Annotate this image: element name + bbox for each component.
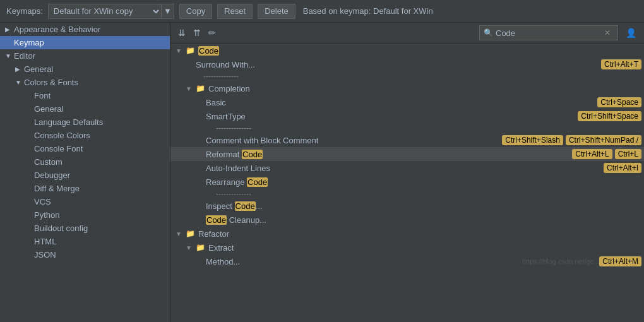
sidebar-item-console-colors[interactable]: Console Colors — [0, 129, 170, 142]
tree-row-auto-indent[interactable]: Auto-Indent Lines Ctrl+Alt+I — [170, 161, 644, 175]
shortcut-group: Ctrl+Alt+L Ctrl+L — [572, 149, 641, 159]
tree-row-code[interactable]: ▼ 📁 Code — [170, 44, 644, 57]
expand-all-button[interactable]: ⇊ — [176, 27, 188, 39]
keymap-dropdown-btn[interactable]: ▼ — [162, 4, 174, 19]
tree-row-inspect[interactable]: Inspect Code... — [170, 199, 644, 213]
tree-label: Code Cleanup... — [206, 215, 641, 225]
tree-row-comment-block[interactable]: Comment with Block Comment Ctrl+Shift+Sl… — [170, 133, 644, 147]
tree-row-completion[interactable]: ▼ 📁 Completion — [170, 81, 644, 95]
sidebar-item-diff-merge[interactable]: Diff & Merge — [0, 182, 170, 195]
sidebar-item-label: JSON — [34, 250, 56, 259]
sidebar-item-label: Keymap — [14, 38, 44, 47]
sidebar-item-console-font[interactable]: Console Font — [0, 142, 170, 155]
separator-row: -------------- — [170, 71, 644, 81]
tree-arrow-icon: ▼ — [186, 85, 196, 92]
shortcut-badge: Ctrl+Shift+Slash — [502, 135, 563, 145]
sidebar-item-label: Font — [34, 91, 51, 100]
highlight-code: Code — [198, 46, 219, 56]
main-content: ▶ Appearance & Behavior Keymap ▼ Editor … — [0, 23, 644, 322]
highlight-code: Code — [206, 215, 227, 225]
shortcut-group: Ctrl+Shift+Slash Ctrl+Shift+NumPad / — [502, 135, 641, 145]
tree-row-refactor[interactable]: ▼ 📁 Refactor — [170, 227, 644, 241]
separator-row: -------------- — [170, 189, 644, 199]
sidebar-item-html[interactable]: HTML — [0, 235, 170, 248]
sidebar-item-label: General — [34, 104, 63, 114]
copy-button[interactable]: Copy — [179, 4, 212, 19]
sidebar-item-custom[interactable]: Custom — [0, 155, 170, 169]
sidebar-item-editor[interactable]: ▼ Editor — [0, 49, 170, 63]
shortcut-badge-alt: Ctrl+L — [615, 149, 641, 159]
keymap-select-wrapper: Default for XWin copy ▼ — [48, 4, 174, 19]
tree-row-method[interactable]: Method... https://blog.csdn.net/gc... Ct… — [170, 254, 644, 268]
edit-shortcut-button[interactable]: ✏ — [206, 27, 218, 39]
shortcut-badge: Ctrl+Alt+T — [601, 59, 641, 69]
user-icon-button[interactable]: 👤 — [623, 27, 639, 39]
shortcut-badge-alt: Ctrl+Shift+NumPad / — [566, 135, 641, 145]
tree-row-basic[interactable]: Basic Ctrl+Space — [170, 95, 644, 109]
sidebar-item-label: Custom — [34, 157, 63, 167]
sidebar-item-general[interactable]: ▶ General — [0, 63, 170, 76]
tree-panel[interactable]: ▼ 📁 Code Surround With... Ctrl+Alt+T ---… — [170, 44, 644, 322]
tree-label: SmartType — [206, 112, 578, 121]
search-input[interactable] — [496, 28, 603, 38]
sidebar: ▶ Appearance & Behavior Keymap ▼ Editor … — [0, 23, 170, 322]
clear-search-button[interactable]: ✕ — [603, 28, 612, 37]
tree-label: Extract — [208, 243, 641, 253]
folder-icon: 📁 — [196, 84, 206, 93]
arrow-icon: ▼ — [15, 79, 24, 86]
right-panel: ⇊ ⇈ ✏ 🔍 ✕ 👤 ▼ 📁 Code Surround With... — [170, 23, 644, 322]
tree-label: Method... — [206, 257, 522, 266]
collapse-all-button[interactable]: ⇈ — [191, 27, 203, 39]
sidebar-item-label: HTML — [34, 237, 56, 246]
tree-row-surround[interactable]: Surround With... Ctrl+Alt+T — [170, 57, 644, 71]
sidebar-item-debugger[interactable]: Debugger — [0, 169, 170, 182]
highlight-code: Code — [247, 177, 268, 187]
tree-row-code-cleanup[interactable]: Code Cleanup... — [170, 213, 644, 227]
separator-row: -------------- — [170, 123, 644, 133]
shortcut-badge: Ctrl+Alt+L — [572, 149, 612, 159]
tree-label: Surround With... — [196, 60, 601, 69]
watermark-text: https://blog.csdn.net/gc... — [522, 258, 599, 265]
delete-button[interactable]: Delete — [258, 4, 295, 19]
keymap-select[interactable]: Default for XWin copy — [48, 4, 162, 19]
search-icon: 🔍 — [484, 28, 493, 37]
shortcut-badge: Ctrl+Alt+M — [599, 256, 641, 266]
sidebar-item-label: Buildout config — [34, 224, 88, 233]
tree-label: Completion — [208, 84, 641, 93]
tree-row-rearrange[interactable]: Rearrange Code — [170, 175, 644, 189]
tree-label: Refactor — [198, 229, 641, 239]
based-on-label: Based on keymap: Default for XWin — [303, 6, 433, 16]
sidebar-item-python[interactable]: Python — [0, 208, 170, 222]
sidebar-item-label: Colors & Fonts — [24, 78, 78, 87]
sidebar-item-font[interactable]: Font — [0, 89, 170, 102]
sidebar-item-json[interactable]: JSON — [0, 248, 170, 261]
search-box: 🔍 ✕ — [479, 25, 618, 40]
sidebar-item-label: Language Defaults — [34, 117, 103, 127]
folder-icon: 📁 — [186, 229, 196, 238]
tree-arrow-icon: ▼ — [186, 244, 196, 251]
tree-label: Comment with Block Comment — [206, 136, 502, 145]
tree-arrow-icon: ▼ — [176, 230, 186, 237]
tree-row-reformat[interactable]: Reformat Code Ctrl+Alt+L Ctrl+L — [170, 147, 644, 161]
arrow-icon: ▶ — [5, 26, 14, 33]
sidebar-item-appearance[interactable]: ▶ Appearance & Behavior — [0, 23, 170, 36]
sidebar-item-label: Console Font — [34, 144, 83, 153]
sidebar-item-buildout[interactable]: Buildout config — [0, 222, 170, 235]
arrow-icon: ▶ — [15, 66, 24, 73]
reset-button[interactable]: Reset — [217, 4, 253, 19]
sidebar-item-vcs[interactable]: VCS — [0, 195, 170, 208]
shortcut-badge: Ctrl+Alt+I — [604, 163, 641, 173]
tree-label: Code — [198, 46, 641, 56]
sidebar-item-label: General — [24, 64, 53, 74]
tree-row-smarttype[interactable]: SmartType Ctrl+Shift+Space — [170, 109, 644, 123]
tree-row-extract[interactable]: ▼ 📁 Extract — [170, 241, 644, 254]
sidebar-item-label: Debugger — [34, 170, 70, 180]
sidebar-item-general2[interactable]: General — [0, 102, 170, 116]
sidebar-item-label: VCS — [34, 197, 51, 206]
tree-label: Rearrange Code — [206, 177, 641, 187]
sidebar-item-keymap[interactable]: Keymap — [0, 36, 170, 49]
shortcut-badge: Ctrl+Shift+Space — [578, 111, 641, 121]
sidebar-item-language-defaults[interactable]: Language Defaults — [0, 116, 170, 129]
folder-icon: 📁 — [196, 243, 206, 252]
sidebar-item-colors-fonts[interactable]: ▼ Colors & Fonts — [0, 76, 170, 89]
